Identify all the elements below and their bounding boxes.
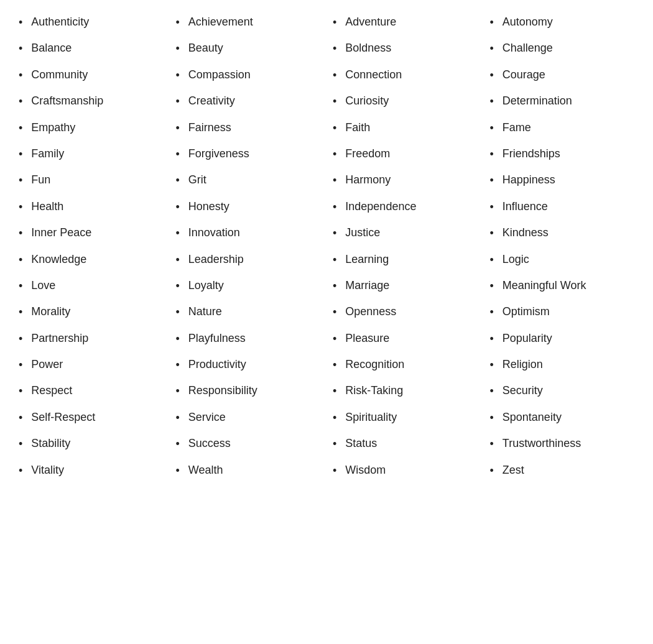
list-item: •Independence	[333, 200, 478, 214]
bullet-icon: •	[176, 464, 180, 478]
item-label: Self-Respect	[31, 410, 95, 425]
list-item: •Vitality	[19, 463, 164, 478]
bullet-icon: •	[19, 358, 22, 372]
item-label: Courage	[502, 68, 545, 82]
list-item: •Fun	[19, 173, 164, 188]
list-item: •Fairness	[176, 121, 321, 136]
list-item: •Pleasure	[333, 331, 478, 346]
item-label: Challenge	[502, 41, 553, 55]
list-item: •Courage	[490, 68, 635, 83]
item-label: Fairness	[188, 121, 231, 135]
bullet-icon: •	[333, 384, 336, 398]
list-item: •Recognition	[333, 357, 478, 372]
bullet-icon: •	[19, 16, 22, 30]
list-item: •Self-Respect	[19, 410, 164, 425]
item-label: Responsibility	[188, 384, 257, 398]
list-item: •Responsibility	[176, 384, 321, 398]
list-item: •Connection	[333, 68, 478, 83]
list-item: •Honesty	[176, 200, 321, 214]
item-label: Logic	[502, 252, 529, 267]
list-item: •Boldness	[333, 41, 478, 56]
bullet-icon: •	[176, 437, 180, 451]
list-item: •Loyalty	[176, 278, 321, 293]
item-label: Leadership	[188, 252, 244, 267]
list-item: •Optimism	[490, 305, 635, 320]
bullet-icon: •	[19, 42, 22, 56]
item-label: Forgiveness	[188, 147, 249, 161]
item-label: Power	[31, 357, 63, 372]
list-item: •Knowledge	[19, 252, 164, 267]
bullet-icon: •	[490, 200, 494, 214]
bullet-icon: •	[176, 411, 180, 425]
bullet-icon: •	[490, 305, 494, 320]
list-item: •Wisdom	[333, 463, 478, 478]
bullet-icon: •	[19, 94, 22, 109]
bullet-icon: •	[490, 121, 494, 136]
item-label: Authenticity	[31, 15, 89, 29]
item-label: Pleasure	[345, 331, 389, 346]
item-label: Balance	[31, 41, 72, 55]
item-label: Curiosity	[345, 94, 389, 108]
list-item: •Love	[19, 278, 164, 293]
item-label: Stability	[31, 436, 70, 451]
list-item: •Freedom	[333, 147, 478, 162]
item-label: Trustworthiness	[502, 436, 581, 451]
column-1: •Authenticity•Balance•Community•Craftsma…	[12, 15, 170, 489]
list-item: •Compassion	[176, 68, 321, 83]
bullet-icon: •	[333, 437, 336, 451]
list-item: •Happiness	[490, 173, 635, 188]
bullet-icon: •	[176, 226, 180, 241]
list-item: •Success	[176, 436, 321, 451]
bullet-icon: •	[490, 226, 494, 241]
item-label: Faith	[345, 121, 370, 135]
item-label: Boldness	[345, 41, 391, 55]
list-item: •Religion	[490, 357, 635, 372]
list-item: •Craftsmanship	[19, 94, 164, 109]
item-label: Spirituality	[345, 410, 397, 425]
item-label: Risk-Taking	[345, 384, 403, 398]
bullet-icon: •	[176, 173, 180, 188]
list-item: •Power	[19, 357, 164, 372]
list-item: •Beauty	[176, 41, 321, 56]
item-label: Religion	[502, 357, 543, 372]
list-item: •Trustworthiness	[490, 436, 635, 451]
item-label: Happiness	[502, 173, 555, 187]
item-label: Wealth	[188, 463, 223, 477]
bullet-icon: •	[19, 68, 22, 83]
item-label: Loyalty	[188, 278, 224, 293]
bullet-icon: •	[176, 332, 180, 346]
list-item: •Learning	[333, 252, 478, 267]
item-label: Knowledge	[31, 252, 86, 267]
bullet-icon: •	[333, 42, 336, 56]
item-label: Openness	[345, 305, 396, 319]
item-label: Popularity	[502, 331, 552, 346]
bullet-icon: •	[490, 358, 494, 372]
item-label: Security	[502, 384, 543, 398]
item-label: Kindness	[502, 226, 549, 240]
list-item: •Harmony	[333, 173, 478, 188]
list-item: •Authenticity	[19, 15, 164, 30]
item-label: Achievement	[188, 15, 253, 29]
list-item: •Marriage	[333, 278, 478, 293]
item-label: Zest	[502, 463, 524, 477]
bullet-icon: •	[176, 384, 180, 398]
bullet-icon: •	[333, 279, 336, 293]
list-item: •Adventure	[333, 15, 478, 30]
bullet-icon: •	[176, 16, 180, 30]
list-item: •Autonomy	[490, 15, 635, 30]
list-item: •Productivity	[176, 357, 321, 372]
list-item: •Service	[176, 410, 321, 425]
bullet-icon: •	[176, 200, 180, 214]
item-label: Productivity	[188, 357, 246, 372]
bullet-icon: •	[333, 200, 336, 214]
bullet-icon: •	[176, 121, 180, 136]
item-label: Determination	[502, 94, 572, 108]
list-item: •Determination	[490, 94, 635, 109]
column-2: •Achievement•Beauty•Compassion•Creativit…	[170, 15, 327, 489]
bullet-icon: •	[333, 305, 336, 320]
bullet-icon: •	[490, 42, 494, 56]
item-label: Nature	[188, 305, 222, 319]
item-label: Family	[31, 147, 64, 161]
bullet-icon: •	[333, 253, 336, 267]
bullet-icon: •	[176, 147, 180, 162]
